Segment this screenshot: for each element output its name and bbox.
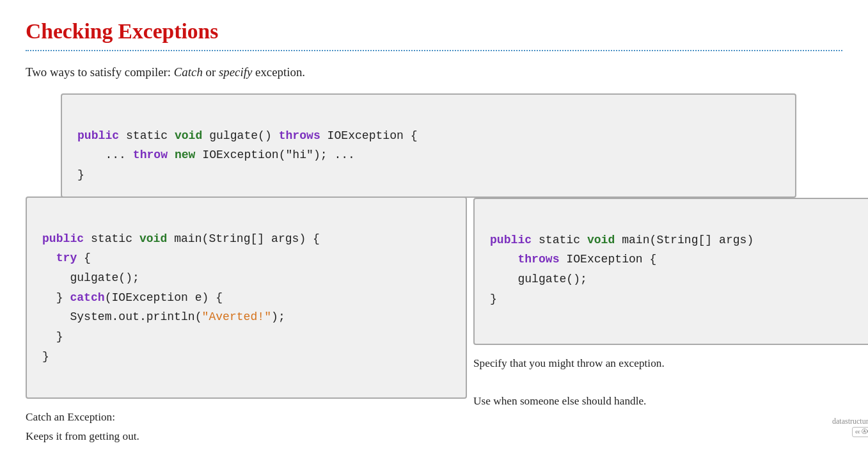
kw-public-left: public bbox=[42, 232, 84, 245]
kw-new: new bbox=[175, 148, 196, 161]
kw-static-void: static bbox=[119, 129, 175, 142]
page-title: Checking Exceptions bbox=[26, 19, 842, 44]
kw-throw: throw bbox=[133, 148, 168, 161]
subtitle-plain: Two ways to satisfy compiler: bbox=[26, 65, 174, 79]
bottom-section: public static void main(String[] args) {… bbox=[26, 198, 842, 457]
subtitle-catch: Catch bbox=[174, 65, 203, 79]
subtitle-end: exception. bbox=[252, 65, 305, 79]
subtitle: Two ways to satisfy compiler: Catch or s… bbox=[26, 65, 842, 79]
footer-site: datastructur.es bbox=[832, 417, 868, 426]
kw-void: void bbox=[175, 129, 202, 142]
kw-public-right: public bbox=[490, 234, 532, 246]
string-averted: "Averted!" bbox=[202, 310, 272, 323]
subtitle-or: or bbox=[203, 65, 219, 79]
throw-space bbox=[168, 148, 175, 161]
desc-right-line3: Use when someone else should handle. bbox=[473, 395, 646, 407]
left-column: public static void main(String[] args) {… bbox=[26, 198, 467, 457]
footer: datastructur.es cc ⒶⒶ bbox=[473, 417, 868, 437]
desc-right-line1: Specify that you might throw an exceptio… bbox=[473, 357, 665, 369]
kw-void-right: void bbox=[587, 234, 615, 246]
bottom-right-code-block: public static void main(String[] args) t… bbox=[473, 198, 868, 345]
kw-throws-top: throws bbox=[279, 129, 320, 142]
method-name: gulgate() bbox=[202, 129, 278, 142]
desc-left-line1: Catch an Exception: bbox=[26, 411, 115, 423]
desc-left: Catch an Exception: Keeps it from gettin… bbox=[26, 408, 467, 457]
right-column: public static void main(String[] args) t… bbox=[467, 198, 868, 437]
cc-badge: cc ⒶⒶ bbox=[852, 427, 868, 437]
static-left: static bbox=[84, 232, 139, 245]
bottom-left-code-block: public static void main(String[] args) {… bbox=[26, 196, 467, 399]
kw-void-left: void bbox=[139, 232, 167, 245]
kw-try: try bbox=[56, 252, 77, 264]
top-code-block: public static void gulgate() throws IOEx… bbox=[61, 93, 796, 198]
kw-public: public bbox=[77, 129, 119, 142]
static-right: static bbox=[532, 234, 587, 246]
section-divider bbox=[26, 50, 842, 51]
desc-left-line2: Keeps it from getting out. bbox=[26, 430, 139, 442]
kw-throws-right: throws bbox=[517, 253, 559, 266]
desc-right: Specify that you might throw an exceptio… bbox=[473, 354, 868, 410]
kw-catch: catch bbox=[70, 291, 104, 304]
subtitle-specify: specify bbox=[219, 65, 252, 79]
